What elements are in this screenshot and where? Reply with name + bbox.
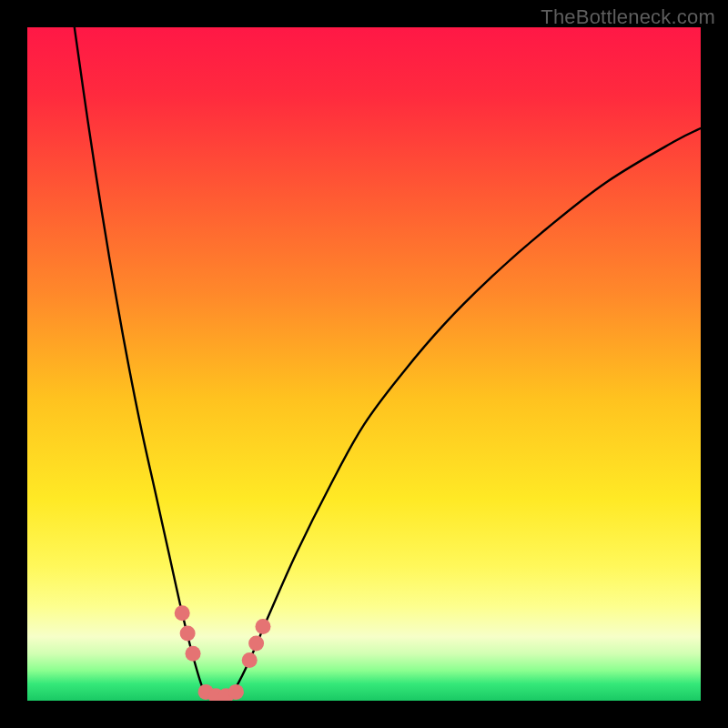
data-points bbox=[27, 27, 701, 701]
watermark-text: TheBottleneck.com bbox=[541, 5, 715, 29]
data-point-p2 bbox=[180, 626, 196, 642]
data-point-p7 bbox=[228, 684, 244, 700]
data-point-p8 bbox=[242, 652, 258, 668]
data-point-p3 bbox=[186, 646, 201, 662]
data-point-p9 bbox=[248, 636, 264, 652]
outer-frame: TheBottleneck.com bbox=[0, 0, 728, 728]
data-point-p10 bbox=[256, 619, 271, 634]
plot-area bbox=[27, 27, 701, 701]
data-point-p1 bbox=[175, 605, 190, 621]
